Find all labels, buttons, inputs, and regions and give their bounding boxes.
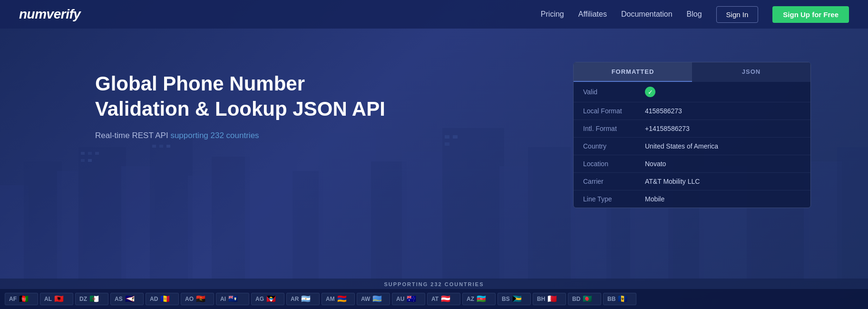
result-row-valid: Valid ✓	[574, 82, 810, 102]
country-item[interactable]: BH 🇧🇭	[533, 293, 566, 305]
country-code: AT	[431, 296, 439, 302]
value-line-type: Mobile	[645, 195, 664, 203]
result-tabs: FORMATTED JSON	[574, 62, 810, 82]
logo: numverify	[19, 7, 80, 22]
label-valid: Valid	[583, 88, 645, 96]
label-intl-format: Intl. Format	[583, 125, 645, 132]
navbar: numverify Pricing Affiliates Documentati…	[0, 0, 868, 29]
country-item[interactable]: BD 🇧🇩	[568, 293, 601, 305]
country-code: AF	[9, 296, 17, 302]
value-valid: ✓	[645, 87, 655, 97]
label-line-type: Line Type	[583, 195, 645, 203]
country-item[interactable]: AI 🇦🇮	[216, 293, 249, 305]
flag-icon: 🇦🇸	[125, 295, 135, 303]
result-row-carrier: Carrier AT&T Mobility LLC	[574, 173, 810, 190]
flag-icon: 🇦🇩	[160, 295, 170, 303]
country-item[interactable]: AW 🇦🇼	[357, 293, 390, 305]
country-item[interactable]: AO 🇦🇴	[181, 293, 214, 305]
flag-icon: 🇦🇷	[301, 295, 311, 303]
result-row-intl-format: Intl. Format +14158586273	[574, 120, 810, 138]
result-table: Valid ✓ Local Format 4158586273 Intl. Fo…	[574, 82, 810, 208]
country-item[interactable]: AG 🇦🇬	[251, 293, 284, 305]
country-code: BB	[607, 296, 615, 302]
country-code: BS	[502, 296, 510, 302]
country-code: AR	[291, 296, 299, 302]
country-code: BD	[572, 296, 580, 302]
country-item[interactable]: AD 🇦🇩	[146, 293, 179, 305]
country-code: AW	[361, 296, 370, 302]
nav-documentation[interactable]: Documentation	[621, 10, 673, 19]
value-country: United States of America	[645, 142, 718, 150]
value-carrier: AT&T Mobility LLC	[645, 178, 700, 185]
flag-icon: 🇦🇺	[407, 295, 416, 303]
country-item[interactable]: AS 🇦🇸	[110, 293, 144, 305]
value-location: Novato	[645, 160, 666, 168]
country-item[interactable]: AM 🇦🇲	[322, 293, 355, 305]
valid-checkmark-icon: ✓	[645, 87, 655, 97]
result-row-location: Location Novato	[574, 155, 810, 173]
label-local-format: Local Format	[583, 107, 645, 115]
flag-icon: 🇦🇲	[337, 295, 347, 303]
flag-icon: 🇦🇼	[372, 295, 382, 303]
country-code: BH	[537, 296, 545, 302]
hero-section: numverify Pricing Affiliates Documentati…	[0, 0, 868, 309]
country-code: DZ	[79, 296, 87, 302]
signup-button[interactable]: Sign Up for Free	[772, 6, 849, 23]
flag-icon: 🇩🇿	[89, 295, 99, 303]
hero-content: Global Phone Number Validation & Lookup …	[0, 29, 868, 208]
flag-icon: 🇦🇬	[266, 295, 276, 303]
country-item[interactable]: DZ 🇩🇿	[75, 293, 108, 305]
label-location: Location	[583, 160, 645, 168]
result-row-line-type: Line Type Mobile	[574, 190, 810, 208]
country-code: AI	[220, 296, 226, 302]
country-code: AZ	[467, 296, 474, 302]
flag-icon: 🇧🇸	[512, 295, 522, 303]
flag-icon: 🇦🇴	[196, 295, 205, 303]
country-item[interactable]: AT 🇦🇹	[427, 293, 460, 305]
country-item[interactable]: BS 🇧🇸	[497, 293, 531, 305]
result-row-local-format: Local Format 4158586273	[574, 102, 810, 120]
flag-icon: 🇧🇭	[547, 295, 557, 303]
flag-icon: 🇦🇫	[19, 295, 29, 303]
countries-label: SUPPORTING 232 COUNTRIES	[0, 279, 868, 289]
label-country: Country	[583, 142, 645, 150]
signin-button[interactable]: Sign In	[716, 6, 759, 23]
country-item[interactable]: AF 🇦🇫	[5, 293, 38, 305]
country-item[interactable]: AU 🇦🇺	[392, 293, 425, 305]
country-code: AO	[185, 296, 194, 302]
country-code: AS	[115, 296, 123, 302]
nav-links: Pricing Affiliates Documentation Blog Si…	[541, 6, 849, 23]
result-card: FORMATTED JSON Valid ✓ Local Format 4158…	[573, 62, 811, 208]
label-carrier: Carrier	[583, 178, 645, 185]
countries-flags: AF 🇦🇫 AL 🇦🇱 DZ 🇩🇿 AS 🇦🇸 AD 🇦🇩 AO 🇦🇴 AI 🇦…	[0, 289, 868, 309]
hero-title: Global Phone Number Validation & Lookup …	[95, 71, 385, 121]
country-item[interactable]: BB 🇧🇧	[603, 293, 636, 305]
countries-strip: SUPPORTING 232 COUNTRIES AF 🇦🇫 AL 🇦🇱 DZ …	[0, 279, 868, 309]
tab-formatted[interactable]: FORMATTED	[574, 62, 692, 82]
value-local-format: 4158586273	[645, 107, 682, 115]
flag-icon: 🇦🇮	[228, 295, 238, 303]
tab-json[interactable]: JSON	[692, 62, 810, 82]
hero-subtitle: Real-time REST API supporting 232 countr…	[95, 131, 385, 140]
value-intl-format: +14158586273	[645, 125, 690, 132]
country-item[interactable]: AL 🇦🇱	[40, 293, 73, 305]
flag-icon: 🇦🇿	[477, 295, 486, 303]
flag-icon: 🇦🇹	[441, 295, 450, 303]
country-code: AM	[326, 296, 335, 302]
nav-blog[interactable]: Blog	[687, 10, 702, 19]
nav-pricing[interactable]: Pricing	[541, 10, 564, 19]
country-item[interactable]: AR 🇦🇷	[286, 293, 320, 305]
flag-icon: 🇧🇧	[618, 295, 627, 303]
flag-icon: 🇦🇱	[54, 295, 64, 303]
flag-icon: 🇧🇩	[583, 295, 592, 303]
country-code: AD	[150, 296, 158, 302]
hero-text: Global Phone Number Validation & Lookup …	[95, 71, 385, 140]
result-row-country: Country United States of America	[574, 138, 810, 155]
nav-affiliates[interactable]: Affiliates	[578, 10, 607, 19]
country-item[interactable]: AZ 🇦🇿	[462, 293, 496, 305]
country-code: AL	[44, 296, 52, 302]
country-code: AG	[255, 296, 264, 302]
country-code: AU	[396, 296, 404, 302]
